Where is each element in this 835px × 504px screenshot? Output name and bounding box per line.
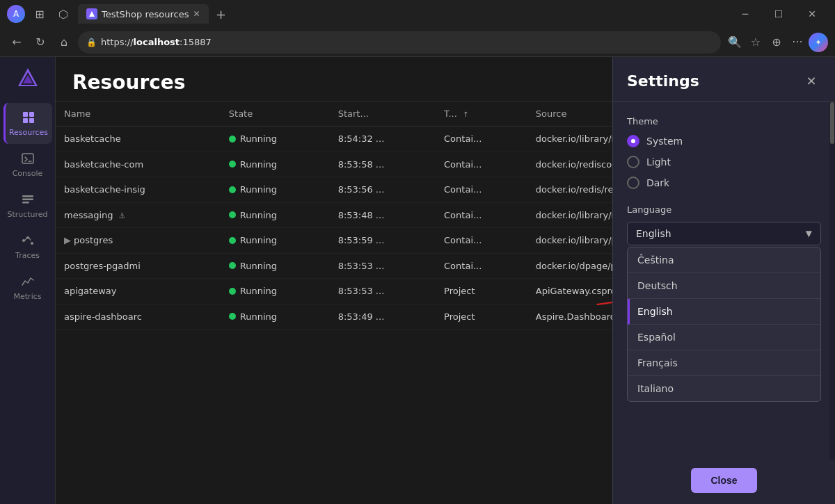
- settings-scrollbar[interactable]: [829, 102, 835, 460]
- language-it-label: Italiano: [637, 383, 674, 394]
- more-button[interactable]: ···: [788, 33, 807, 52]
- url-text: https://localhost:15887: [101, 37, 713, 47]
- settings-title: Settings: [627, 72, 699, 90]
- sidebar: Resources Console Structured: [0, 57, 56, 504]
- language-option-it[interactable]: Italiano: [628, 376, 820, 401]
- theme-system-option[interactable]: System: [627, 133, 821, 149]
- chevron-down-icon: ▼: [806, 229, 812, 238]
- svg-rect-6: [23, 118, 28, 123]
- sidebar-item-metrics-label: Metrics: [14, 292, 42, 301]
- settings-header: Settings ✕: [613, 57, 835, 102]
- expand-icon[interactable]: ▶: [64, 235, 71, 245]
- sidebar-item-traces[interactable]: Traces: [3, 226, 52, 267]
- tab-close-button[interactable]: ✕: [193, 9, 200, 19]
- theme-light-option[interactable]: Light: [627, 154, 821, 170]
- language-es-label: Español: [637, 332, 676, 343]
- new-tab-button[interactable]: +: [212, 4, 231, 24]
- row-name: ▶postgres: [56, 228, 221, 254]
- sidebar-item-resources-label: Resources: [9, 128, 48, 137]
- row-type: Contai...: [436, 152, 527, 177]
- theme-system-radio[interactable]: [627, 135, 639, 147]
- row-start: 8:53:59 ...: [330, 228, 436, 254]
- collections-button[interactable]: ⊕: [767, 33, 786, 52]
- language-selected-value: English: [636, 228, 671, 239]
- language-option-cs[interactable]: Čeština: [628, 247, 820, 273]
- language-select-button[interactable]: English ▼: [627, 222, 821, 245]
- sidebar-item-console-label: Console: [13, 169, 43, 178]
- active-tab[interactable]: TestShop resources ✕: [78, 4, 209, 24]
- col-type[interactable]: T... ↑: [436, 101, 527, 127]
- refresh-button[interactable]: ↻: [31, 33, 50, 52]
- svg-rect-7: [29, 118, 34, 123]
- url-protocol: https://: [101, 37, 134, 47]
- navbar-actions: 🔍 ☆ ⊕ ··· ✦: [725, 33, 828, 52]
- browser-titlebar: A ⊞ ⬡ TestShop resources ✕ + ─ ☐ ✕: [0, 0, 835, 28]
- language-option-en[interactable]: English: [628, 299, 820, 325]
- theme-dark-radio[interactable]: [627, 177, 639, 189]
- lock-icon: 🔒: [86, 38, 97, 47]
- settings-close-x-button[interactable]: ✕: [802, 71, 821, 90]
- svg-rect-10: [22, 199, 33, 201]
- svg-point-14: [31, 242, 33, 245]
- svg-point-13: [26, 236, 29, 239]
- url-host: localhost: [134, 37, 180, 47]
- browser-avatar: A: [7, 5, 25, 23]
- language-option-de[interactable]: Deutsch: [628, 273, 820, 299]
- sidebar-item-resources[interactable]: Resources: [3, 103, 52, 144]
- theme-dark-option[interactable]: Dark: [627, 175, 821, 190]
- browser-icon-extensions[interactable]: ⊞: [31, 5, 49, 23]
- favorites-button[interactable]: ☆: [746, 33, 765, 52]
- home-button[interactable]: ⌂: [54, 33, 74, 52]
- address-bar[interactable]: 🔒 https://localhost:15887: [78, 31, 721, 54]
- theme-label: Theme: [627, 116, 821, 127]
- maximize-button[interactable]: ☐: [763, 3, 795, 24]
- settings-close-button[interactable]: Close: [691, 468, 756, 493]
- row-state: Running: [221, 177, 330, 203]
- row-name: messaging ⚓: [56, 202, 221, 228]
- window-controls: ─ ☐ ✕: [729, 3, 828, 24]
- language-option-es[interactable]: Español: [628, 325, 820, 350]
- copilot-button[interactable]: ✦: [809, 33, 828, 52]
- browser-navbar: ← ↻ ⌂ 🔒 https://localhost:15887 🔍 ☆ ⊕ ··…: [0, 28, 835, 57]
- theme-light-label: Light: [646, 156, 671, 168]
- theme-radio-group: System Light Dark: [627, 133, 821, 190]
- app-container: Resources Console Structured: [0, 57, 835, 504]
- language-dropdown: English ▼ Čeština Deutsch English: [627, 222, 821, 245]
- row-state: Running: [221, 152, 330, 177]
- col-start[interactable]: Start...: [330, 101, 436, 127]
- search-button[interactable]: 🔍: [725, 33, 745, 52]
- app-logo: [14, 64, 42, 92]
- row-start: 8:53:58 ...: [330, 152, 436, 177]
- back-button[interactable]: ←: [7, 33, 26, 52]
- sidebar-item-traces-label: Traces: [15, 251, 40, 260]
- svg-rect-4: [23, 112, 28, 117]
- sidebar-item-structured[interactable]: Structured: [3, 185, 52, 226]
- settings-panel: Settings ✕ Theme System Light: [612, 57, 835, 504]
- col-state[interactable]: State: [221, 101, 330, 127]
- row-start: 8:53:53 ...: [330, 279, 436, 304]
- main-content: Resources Name State Start... T... ↑ Sou…: [56, 57, 835, 504]
- col-name[interactable]: Name: [56, 101, 221, 127]
- svg-rect-11: [22, 202, 29, 204]
- row-type: Contai...: [436, 127, 527, 152]
- url-port: :15887: [180, 37, 212, 47]
- sidebar-item-metrics[interactable]: Metrics: [3, 267, 52, 308]
- browser-icon-workspaces[interactable]: ⬡: [54, 5, 72, 23]
- row-type: Contai...: [436, 228, 527, 254]
- close-window-button[interactable]: ✕: [796, 3, 828, 24]
- row-type: Project: [436, 304, 527, 330]
- tab-title: TestShop resources: [102, 9, 189, 19]
- language-en-label: English: [637, 306, 673, 317]
- row-type: Contai...: [436, 202, 527, 228]
- row-name: basketcache-insig: [56, 177, 221, 203]
- minimize-button[interactable]: ─: [729, 3, 761, 24]
- theme-dark-label: Dark: [646, 177, 669, 188]
- metrics-icon: [20, 274, 35, 289]
- language-option-fr[interactable]: Français: [628, 350, 820, 376]
- sidebar-item-console[interactable]: Console: [3, 144, 52, 185]
- row-state: Running: [221, 253, 330, 279]
- settings-scrollbar-thumb[interactable]: [830, 102, 834, 144]
- theme-light-radio[interactable]: [627, 156, 639, 168]
- console-icon: [20, 151, 35, 166]
- svg-marker-0: [89, 11, 95, 17]
